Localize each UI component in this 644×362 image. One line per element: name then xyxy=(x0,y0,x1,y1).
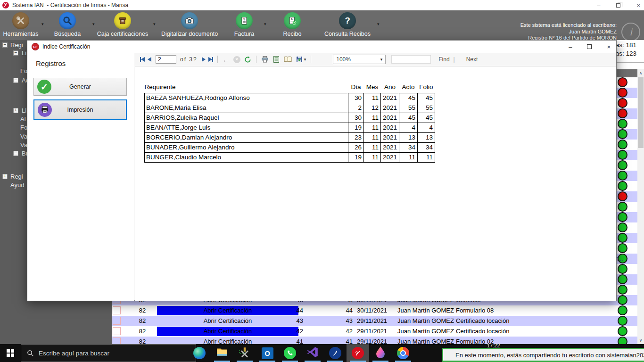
next-page-button[interactable] xyxy=(202,57,206,62)
row-registro-number: 82 xyxy=(133,305,152,316)
row-checkbox[interactable] xyxy=(113,327,121,335)
page-setup-icon[interactable] xyxy=(284,56,292,63)
tree-item-regi-0[interactable]: Regi xyxy=(10,41,23,49)
tree-expander[interactable]: − xyxy=(13,50,18,56)
find-input[interactable] xyxy=(391,55,431,64)
export-caret-icon[interactable]: ▾ xyxy=(304,57,306,62)
report-row: BAEZA SANHUEZA,Rodrigo Alfonso3011202145… xyxy=(145,93,435,103)
refresh-icon[interactable] xyxy=(244,56,251,63)
status-indicator-green xyxy=(618,285,627,295)
start-button[interactable] xyxy=(0,344,21,362)
tree-item-al-5[interactable]: Al xyxy=(20,115,26,123)
vscode-icon xyxy=(306,346,319,360)
record-row[interactable]: 82Abrir Certificación424229/11/2021Juan … xyxy=(112,326,637,337)
row-checkbox[interactable] xyxy=(113,306,121,314)
taskbar-bluepen-app-button[interactable] xyxy=(324,344,347,362)
close-button[interactable]: × xyxy=(636,2,640,9)
report-cell: 13 xyxy=(418,132,435,142)
taskbar-explorer-button[interactable] xyxy=(211,344,233,362)
abrir-certificacion-button[interactable]: Abrir Certificación xyxy=(157,337,298,344)
tree-expander[interactable]: + xyxy=(13,108,18,113)
record-row[interactable]: 82Abrir Certificación434329/11/2021Juan … xyxy=(112,316,637,326)
find-button[interactable]: Find xyxy=(438,56,449,63)
abrir-certificacion-button[interactable]: Abrir Certificación xyxy=(157,327,298,336)
tree-item-li-1[interactable]: Li xyxy=(22,49,26,57)
scroll-down-icon[interactable]: ∨ xyxy=(637,337,644,344)
next-button[interactable]: Next xyxy=(466,56,478,63)
taskbar-whatsapp-button[interactable] xyxy=(279,344,301,362)
dropdown-caret-icon[interactable]: ▾ xyxy=(153,22,156,26)
report-cell-requirente: BUNGER,Claudio Marcelo xyxy=(145,152,348,162)
report-cell: 30 xyxy=(348,93,364,103)
tree-item-va-8[interactable]: Va xyxy=(20,141,27,148)
modal-maximize-button[interactable] xyxy=(587,44,592,49)
tree-item-fo-6[interactable]: Fo xyxy=(20,124,27,131)
zoom-select[interactable]: 100% ▾ xyxy=(333,55,386,64)
report-cell: 2021 xyxy=(381,103,399,113)
print-layout-icon[interactable] xyxy=(272,56,280,63)
modal-minimize-button[interactable]: – xyxy=(569,43,572,50)
scroll-thumb[interactable] xyxy=(638,77,644,148)
export-icon[interactable]: ▾ xyxy=(296,56,306,63)
taskbar-vscode-button[interactable] xyxy=(301,344,324,362)
tree-item-li-4[interactable]: Li xyxy=(22,107,26,114)
impresi-n-button[interactable]: Impresión xyxy=(33,99,127,120)
modal-titlebar[interactable]: CF Indice Certificación – × xyxy=(27,41,616,53)
bluepen-app-icon xyxy=(329,347,341,359)
status-indicator-green xyxy=(618,243,627,253)
tree-item-regi-10[interactable]: Regi xyxy=(10,173,23,180)
abrir-certificacion-button[interactable]: Abrir Certificación xyxy=(157,306,298,315)
status-indicator-green xyxy=(618,222,627,232)
previous-page-button[interactable] xyxy=(148,57,151,62)
info-icon[interactable] xyxy=(621,23,640,41)
first-page-button[interactable] xyxy=(140,57,145,62)
search-input[interactable] xyxy=(39,350,180,357)
row-folio: 41 xyxy=(328,337,353,344)
row-date: 29/11/2021 xyxy=(357,326,387,337)
print-icon[interactable] xyxy=(261,56,269,63)
tree-expander[interactable]: − xyxy=(13,151,18,156)
taskbar-devtools-button[interactable] xyxy=(233,344,256,362)
status-indicator-green xyxy=(618,202,627,212)
certbox-icon xyxy=(114,12,131,29)
row-acto: 41 xyxy=(280,337,303,344)
record-row[interactable]: 82Abrir Certificación414129/11/2021Juan … xyxy=(112,337,637,344)
row-checkbox[interactable] xyxy=(113,317,121,325)
tree-item-ayud-11[interactable]: Ayud xyxy=(10,181,24,189)
toolbar-item-caja-certificaciones[interactable]: Caja certificaciones xyxy=(90,12,156,37)
report-cell: 4 xyxy=(399,123,418,132)
dropdown-caret-icon[interactable]: ▾ xyxy=(377,22,380,26)
report-cell: 11 xyxy=(418,152,435,162)
modal-close-button[interactable]: × xyxy=(607,43,611,50)
taskbar-chrome-button[interactable] xyxy=(392,344,414,362)
restore-button[interactable] xyxy=(616,3,620,8)
tree-expander[interactable]: − xyxy=(2,42,8,48)
row-escribano-name: Juan Martín GOMEZ xyxy=(397,326,454,337)
tree-item-va-7[interactable]: Va xyxy=(20,133,27,140)
last-page-button[interactable] xyxy=(208,57,213,62)
tree-item-fo-2[interactable]: Fo xyxy=(20,67,27,74)
page-number-input[interactable] xyxy=(156,55,176,64)
minimize-button[interactable]: – xyxy=(597,2,600,9)
status-indicator-green xyxy=(618,274,627,284)
row-checkbox[interactable] xyxy=(113,337,121,344)
license-line: Juan Martín GOMEZ xyxy=(520,29,617,35)
sharing-notification[interactable]: En este momento, estás compartiendo tu e… xyxy=(442,348,644,362)
toolbar-item-consulta-recibos[interactable]: ?Consulta Recibos xyxy=(314,12,380,37)
record-row[interactable]: 82Abrir Certificación444430/11/2021Juan … xyxy=(112,305,637,316)
abrir-certificacion-button[interactable]: Abrir Certificación xyxy=(157,316,298,326)
notification-text: En este momento, estás compartiendo tu e… xyxy=(455,352,644,359)
taskbar-paint-drop-button[interactable] xyxy=(369,344,392,362)
status-indicator-green xyxy=(618,129,627,139)
generar-button[interactable]: ✓Generar xyxy=(33,78,127,96)
taskbar-edge-button[interactable] xyxy=(188,344,211,362)
taskbar-search[interactable] xyxy=(21,344,196,362)
taskbar-redpen-app-button[interactable] xyxy=(347,344,369,362)
scroll-up-icon[interactable]: ∧ xyxy=(637,69,644,77)
tree-expander[interactable]: − xyxy=(13,78,18,83)
tree-expander[interactable]: + xyxy=(2,174,8,179)
taskbar-outlook-button[interactable]: O xyxy=(256,344,279,362)
toolbar-item-label: Consulta Recibos xyxy=(314,31,380,37)
grid-scrollbar[interactable]: ∧ ∨ xyxy=(637,69,644,344)
status-indicator-green xyxy=(618,171,627,181)
